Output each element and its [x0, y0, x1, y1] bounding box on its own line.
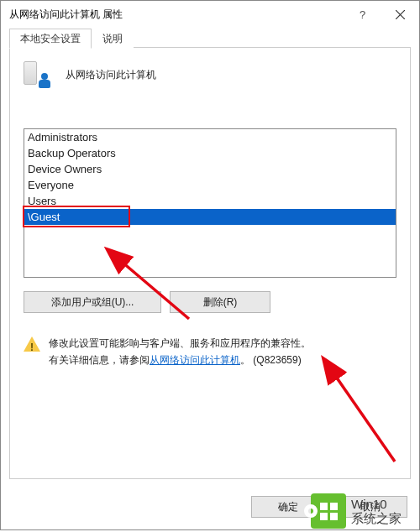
dialog-content: 本地安全设置 说明 从网络访问此计算机 Administrators Backu…: [1, 28, 419, 488]
info-block: 修改此设置可能影响与客户端、服务和应用程序的兼容性。 有关详细信息，请参阅从网络…: [24, 335, 396, 369]
policy-icon: [24, 60, 50, 90]
close-button[interactable]: [381, 1, 419, 28]
listbox-buttons: 添加用户或组(U)... 删除(R): [24, 291, 396, 313]
list-item[interactable]: Device Owners: [24, 161, 396, 177]
list-item[interactable]: Administrators: [24, 129, 396, 145]
tab-label: 本地安全设置: [20, 32, 81, 46]
tab-explain[interactable]: 说明: [92, 29, 134, 49]
info-line1: 修改此设置可能影响与客户端、服务和应用程序的兼容性。: [49, 335, 311, 352]
help-link[interactable]: 从网络访问此计算机: [150, 354, 240, 366]
watermark-text: Win10 系统之家: [351, 497, 402, 526]
listbox-wrap: Administrators Backup Operators Device O…: [24, 90, 396, 278]
dialog-window: 从网络访问此计算机 属性 ? 本地安全设置 说明 从网络访问此计算机 Admin…: [0, 0, 420, 530]
tab-strip: 本地安全设置 说明: [9, 28, 411, 48]
tab-panel: 从网络访问此计算机 Administrators Backup Operator…: [9, 48, 411, 479]
policy-title: 从网络访问此计算机: [66, 68, 156, 82]
help-button[interactable]: ?: [344, 1, 381, 28]
users-listbox[interactable]: Administrators Backup Operators Device O…: [24, 128, 396, 278]
policy-header: 从网络访问此计算机: [24, 60, 396, 90]
info-line2: 有关详细信息，请参阅从网络访问此计算机。 (Q823659): [49, 352, 311, 368]
info-text: 修改此设置可能影响与客户端、服务和应用程序的兼容性。 有关详细信息，请参阅从网络…: [49, 335, 311, 369]
add-user-button[interactable]: 添加用户或组(U)...: [24, 291, 161, 313]
button-label: 确定: [278, 500, 298, 514]
close-icon: [396, 10, 405, 19]
warning-icon: [24, 336, 40, 353]
tab-label: 说明: [102, 32, 123, 46]
watermark-logo-icon: [311, 493, 346, 529]
list-item[interactable]: Users: [24, 193, 396, 209]
button-label: 添加用户或组(U)...: [51, 295, 134, 310]
list-item[interactable]: Everyone: [24, 177, 396, 193]
tab-local-security[interactable]: 本地安全设置: [9, 29, 92, 49]
window-title: 从网络访问此计算机 属性: [9, 8, 123, 22]
remove-button[interactable]: 删除(R): [170, 291, 270, 313]
list-item-selected[interactable]: \Guest: [24, 209, 396, 225]
button-label: 删除(R): [203, 295, 238, 310]
watermark: Win10 系统之家: [311, 490, 420, 532]
titlebar: 从网络访问此计算机 属性 ?: [1, 1, 419, 28]
list-item[interactable]: Backup Operators: [24, 145, 396, 161]
